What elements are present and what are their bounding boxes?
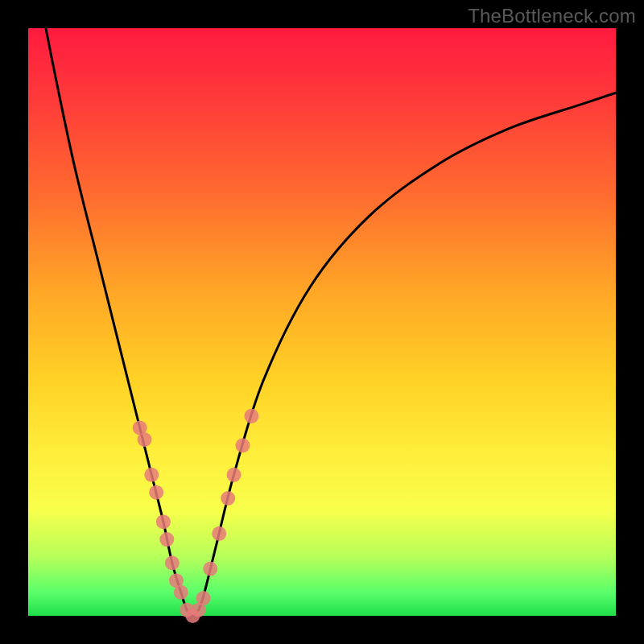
- outer-frame: TheBottleneck.com: [0, 0, 644, 644]
- bottleneck-curve-path: [46, 28, 616, 616]
- sample-dot: [138, 432, 152, 447]
- sample-dot: [221, 491, 235, 506]
- sample-dot: [159, 532, 174, 547]
- dots-group: [133, 409, 259, 623]
- sample-dot: [149, 485, 163, 500]
- sample-dot: [165, 555, 180, 570]
- plot-area: [28, 28, 616, 616]
- watermark-text: TheBottleneck.com: [468, 5, 636, 27]
- sample-dot: [203, 562, 217, 576]
- sample-dot: [244, 409, 258, 423]
- sample-dot: [174, 585, 188, 600]
- chart-svg: [28, 28, 616, 616]
- sample-dot: [144, 468, 159, 482]
- sample-dot: [212, 526, 226, 541]
- sample-dot: [227, 468, 242, 482]
- sample-dot: [156, 514, 171, 529]
- sample-dot: [196, 591, 211, 605]
- sample-dot: [235, 438, 250, 452]
